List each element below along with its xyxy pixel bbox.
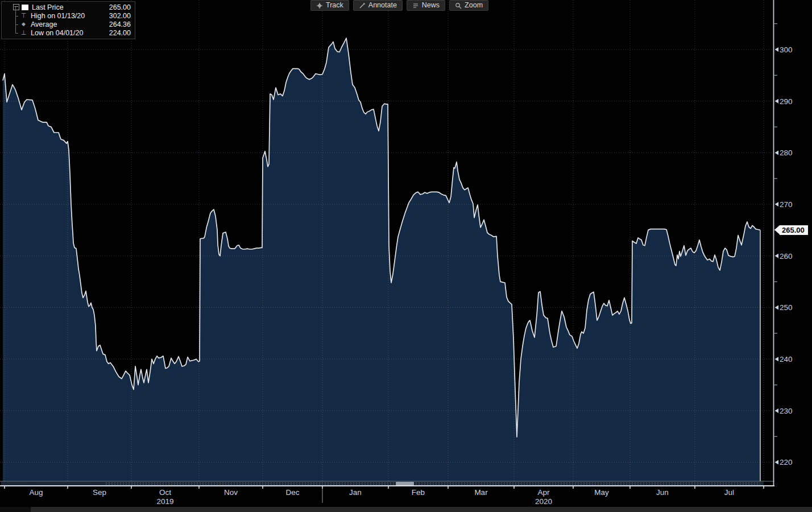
- annotate-pencil-icon: [359, 2, 366, 9]
- month-label: Jan: [349, 488, 362, 497]
- y-axis-label: 290: [780, 97, 793, 106]
- year-label: 2020: [535, 497, 552, 506]
- month-label: Jul: [724, 488, 734, 497]
- y-axis-major-tick: [775, 460, 779, 465]
- high-marker-icon: ⊤: [19, 13, 28, 19]
- y-axis-label: 250: [780, 303, 793, 312]
- legend-value: 302.00: [109, 12, 132, 20]
- legend-label: Low on 04/01/20: [31, 29, 83, 37]
- collapse-icon[interactable]: [13, 4, 19, 10]
- y-axis-label: 230: [780, 407, 793, 415]
- legend-item-last-price[interactable]: Last Price 265.00: [2, 3, 132, 11]
- last-price-flag: 265.00: [780, 225, 808, 235]
- legend-item-high[interactable]: ⊤ High on 01/13/20 302.00: [2, 11, 132, 20]
- y-axis-major-tick: [775, 150, 779, 155]
- y-axis-major-tick: [775, 202, 779, 207]
- month-label: Feb: [412, 488, 425, 497]
- legend-label: High on 01/13/20: [31, 12, 85, 20]
- price-area-fill: [3, 38, 760, 481]
- legend-item-low[interactable]: ⊥ Low on 04/01/20 224.00: [2, 28, 132, 37]
- chart-legend: Last Price 265.00 ⊤ High on 01/13/20 302…: [1, 1, 135, 39]
- year-label: 2019: [156, 497, 173, 506]
- zoom-button-label: Zoom: [465, 2, 483, 9]
- chart-window: 300290280270260250240230220AugSepOctNovD…: [0, 0, 812, 512]
- annotate-button[interactable]: Annotate: [353, 0, 403, 11]
- tree-branch: [13, 11, 19, 20]
- chart-toolbar: Track Annotate News Zoom: [310, 0, 488, 11]
- y-axis-label: 260: [780, 252, 793, 261]
- y-axis-label: 240: [780, 355, 793, 364]
- news-button-label: News: [422, 2, 440, 9]
- y-axis-label: 280: [780, 148, 793, 157]
- y-axis-major-tick: [775, 408, 779, 413]
- legend-item-average[interactable]: ◆ Average 264.36: [2, 20, 132, 28]
- legend-value: 224.00: [109, 29, 132, 37]
- month-label: Sep: [93, 488, 106, 497]
- y-axis-major-tick: [775, 47, 779, 52]
- legend-label: Average: [31, 20, 57, 28]
- month-label: Apr: [537, 488, 550, 497]
- y-axis-label: 300: [780, 46, 793, 54]
- annotate-button-label: Annotate: [368, 2, 397, 9]
- news-button[interactable]: News: [407, 0, 445, 11]
- y-axis-major-tick: [775, 357, 779, 361]
- month-label: Oct: [159, 488, 171, 497]
- tree-branch: [13, 20, 19, 28]
- news-list-icon: [412, 2, 419, 9]
- month-label: Aug: [29, 488, 43, 497]
- y-axis-label: 270: [780, 200, 793, 209]
- horizontal-scrollbar-track[interactable]: [1, 482, 764, 486]
- month-label: Mar: [474, 488, 488, 497]
- zoom-magnifier-icon: [455, 2, 462, 9]
- legend-value: 264.36: [109, 20, 132, 28]
- y-axis-major-tick: [775, 99, 779, 104]
- legend-value: 265.00: [109, 3, 132, 11]
- month-label: Dec: [285, 488, 299, 497]
- month-label: May: [594, 488, 609, 497]
- price-chart[interactable]: 300290280270260250240230220AugSepOctNovD…: [0, 0, 812, 512]
- window-bottom-strip: [0, 507, 812, 512]
- y-axis-major-tick: [775, 254, 779, 258]
- track-crosshair-icon: [316, 2, 323, 9]
- zoom-button[interactable]: Zoom: [449, 0, 488, 11]
- low-marker-icon: ⊥: [19, 30, 28, 36]
- month-label: Jun: [656, 488, 669, 497]
- window-bottom-corner: [0, 507, 31, 512]
- y-axis-label: 220: [780, 458, 793, 466]
- scrollbar-thumb[interactable]: [396, 482, 414, 485]
- average-marker-icon: ◆: [19, 22, 28, 27]
- tree-branch: [13, 28, 19, 37]
- last-price-swatch-icon: [22, 5, 28, 10]
- track-button[interactable]: Track: [310, 0, 349, 11]
- track-button-label: Track: [326, 2, 343, 9]
- month-label: Nov: [224, 488, 238, 497]
- legend-label: Last Price: [32, 3, 64, 11]
- y-axis-major-tick: [775, 305, 779, 310]
